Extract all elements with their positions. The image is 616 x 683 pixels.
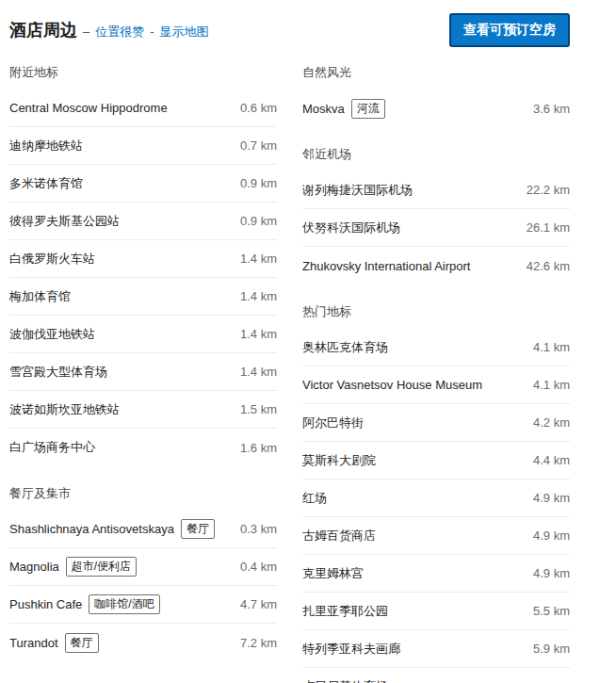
landmark-row: Turandot餐厅7.2 km [9, 624, 277, 661]
category-tag: 超市/便利店 [66, 557, 137, 577]
landmark-name: 克里姆林宫 [302, 563, 364, 584]
landmark-name: 波诺如斯坎亚地铁站 [9, 399, 120, 420]
check-availability-button[interactable]: 查看可预订空房 [449, 13, 570, 47]
landmark-row: 波诺如斯坎亚地铁站1.5 km [9, 391, 277, 429]
landmark-row: Moskva河流3.6 km [302, 89, 570, 127]
landmark-row: 雪宫殿大型体育场1.4 km [9, 353, 277, 391]
landmark-row: 伏努科沃国际机场26.1 km [302, 209, 570, 247]
landmark-name: 彼得罗夫斯基公园站 [9, 211, 120, 232]
landmark-distance: 42.6 km [517, 259, 570, 273]
landmark-distance: 4.7 km [231, 597, 277, 611]
landmark-row: Central Moscow Hippodrome0.6 km [9, 89, 277, 127]
landmark-distance: 0.9 km [231, 176, 277, 190]
landmark-row: Victor Vasnetsov House Museum4.1 km [302, 366, 570, 404]
landmark-row: 白广场商务中心1.6 km [9, 429, 277, 466]
landmark-name: Magnolia超市/便利店 [9, 555, 137, 578]
landmark-distance: 5.9 km [524, 642, 570, 656]
landmark-name: Moskva河流 [302, 97, 385, 121]
landmark-name: 莫斯科大剧院 [302, 450, 376, 471]
page-title: 酒店周边 [9, 19, 77, 41]
landmark-row: Pushkin Cafe咖啡馆/酒吧4.7 km [9, 586, 277, 624]
landmark-row: 奥林匹克体育场4.1 km [302, 329, 570, 366]
landmark-name: Pushkin Cafe咖啡馆/酒吧 [9, 593, 160, 616]
group-title: 餐厅及集市 [9, 478, 277, 511]
landmark-distance: 7.2 km [231, 636, 277, 650]
landmark-distance: 0.7 km [231, 138, 277, 153]
landmark-name: 白广场商务中心 [9, 437, 95, 458]
landmark-row: 莫斯科大剧院4.4 km [302, 442, 570, 480]
hotel-surroundings-section: 酒店周边 – 位置很赞 - 显示地图 查看可预订空房 附近地标Central M… [0, 0, 616, 683]
category-tag: 咖啡馆/酒吧 [89, 594, 159, 614]
landmark-group: 邻近机场谢列梅捷沃国际机场22.2 km伏努科沃国际机场26.1 kmZhuko… [302, 138, 570, 285]
landmark-row: 卢日尼基体育场7.5 km [302, 668, 570, 683]
landmark-distance: 1.4 km [231, 289, 277, 303]
landmark-name: 白俄罗斯火车站 [9, 249, 95, 269]
landmark-group: 餐厅及集市Shashlichnaya Antisovetskaya餐厅0.3 k… [9, 478, 277, 661]
landmark-row: 特列季亚科夫画廊5.9 km [302, 630, 570, 668]
landmark-distance: 26.1 km [517, 220, 570, 235]
right-column: 自然风光Moskva河流3.6 km邻近机场谢列梅捷沃国际机场22.2 km伏努… [302, 57, 570, 683]
landmark-name: 迪纳摩地铁站 [9, 136, 83, 156]
landmark-name: 奥林匹克体育场 [302, 337, 388, 358]
landmark-name: 卢日尼基体育场 [302, 676, 388, 683]
landmark-name: Shashlichnaya Antisovetskaya餐厅 [9, 517, 215, 541]
landmark-name: 扎里亚季耶公园 [302, 601, 388, 622]
category-tag: 餐厅 [181, 519, 215, 539]
landmark-name: Zhukovsky International Airport [302, 257, 470, 275]
landmark-name: 梅加体育馆 [9, 286, 71, 307]
landmark-name: 波伽伐亚地铁站 [9, 324, 95, 345]
landmark-distance: 5.5 km [524, 604, 570, 618]
landmark-row: 阿尔巴特街4.2 km [302, 404, 570, 442]
landmark-row: 多米诺体育馆0.9 km [9, 165, 277, 203]
group-title: 附近地标 [9, 57, 277, 89]
landmark-name: 伏努科沃国际机场 [302, 218, 400, 238]
landmark-distance: 4.9 km [524, 491, 570, 505]
category-tag: 餐厅 [65, 633, 99, 653]
section-header: 酒店周边 – 位置很赞 - 显示地图 查看可预订空房 [9, 13, 570, 47]
landmark-distance: 4.1 km [524, 340, 570, 354]
landmark-distance: 4.2 km [524, 415, 570, 430]
landmark-columns: 附近地标Central Moscow Hippodrome0.6 km迪纳摩地铁… [9, 57, 570, 683]
landmark-row: 扎里亚季耶公园5.5 km [302, 593, 570, 630]
landmark-name: 特列季亚科夫画廊 [302, 639, 400, 659]
landmark-row: Shashlichnaya Antisovetskaya餐厅0.3 km [9, 511, 277, 548]
landmark-row: 古姆百货商店4.9 km [302, 517, 570, 555]
landmark-distance: 4.9 km [524, 529, 570, 543]
landmark-distance: 4.4 km [524, 453, 570, 467]
category-tag: 河流 [351, 99, 385, 119]
landmark-distance: 1.4 km [231, 252, 277, 266]
landmark-distance: 0.4 km [231, 560, 277, 574]
landmark-row: 迪纳摩地铁站0.7 km [9, 127, 277, 165]
landmark-row: 白俄罗斯火车站1.4 km [9, 240, 277, 278]
landmark-row: Magnolia超市/便利店0.4 km [9, 548, 277, 586]
location-rating-link[interactable]: 位置很赞 [95, 24, 144, 41]
landmark-group: 热门地标奥林匹克体育场4.1 kmVictor Vasnetsov House … [302, 296, 570, 683]
title-dash: – [83, 24, 89, 39]
landmark-distance: 22.2 km [517, 183, 570, 197]
landmark-distance: 1.5 km [231, 402, 277, 416]
landmark-distance: 1.4 km [231, 327, 277, 341]
landmark-name: 谢列梅捷沃国际机场 [302, 180, 413, 201]
landmark-distance: 4.9 km [524, 566, 570, 580]
landmark-row: 彼得罗夫斯基公园站0.9 km [9, 203, 277, 240]
group-title: 自然风光 [302, 57, 570, 89]
landmark-row: 克里姆林宫4.9 km [302, 555, 570, 593]
landmark-name: 多米诺体育馆 [9, 173, 83, 194]
landmark-distance: 0.3 km [231, 522, 277, 536]
landmark-distance: 0.6 km [231, 101, 277, 115]
landmark-row: 谢列梅捷沃国际机场22.2 km [302, 171, 570, 209]
landmark-group: 附近地标Central Moscow Hippodrome0.6 km迪纳摩地铁… [9, 57, 277, 466]
section-header-left: 酒店周边 – 位置很赞 - 显示地图 [9, 19, 209, 41]
landmark-distance: 4.1 km [524, 378, 570, 392]
link-separator: - [150, 24, 154, 39]
landmark-name: 雪宫殿大型体育场 [9, 362, 107, 382]
group-title: 邻近机场 [302, 138, 570, 171]
show-map-link[interactable]: 显示地图 [160, 24, 209, 41]
landmark-row: Zhukovsky International Airport42.6 km [302, 247, 570, 285]
left-column: 附近地标Central Moscow Hippodrome0.6 km迪纳摩地铁… [9, 57, 277, 683]
landmark-row: 红场4.9 km [302, 480, 570, 517]
landmark-row: 梅加体育馆1.4 km [9, 278, 277, 316]
landmark-distance: 3.6 km [524, 102, 570, 116]
landmark-name: Turandot餐厅 [9, 631, 99, 655]
landmark-group: 自然风光Moskva河流3.6 km [302, 57, 570, 127]
